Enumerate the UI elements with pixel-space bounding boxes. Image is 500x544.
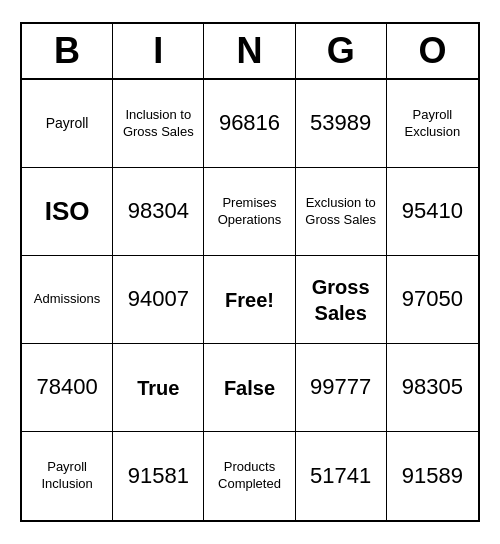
cell-text: Premises Operations xyxy=(210,195,288,229)
cell-1-2: Premises Operations xyxy=(204,168,295,256)
cell-text: 91581 xyxy=(128,462,189,491)
cell-1-1: 98304 xyxy=(113,168,204,256)
cell-text: 96816 xyxy=(219,109,280,138)
cell-text: 95410 xyxy=(402,197,463,226)
header-letter: N xyxy=(204,24,295,78)
cell-text: 98304 xyxy=(128,197,189,226)
cell-text: Payroll Exclusion xyxy=(393,107,472,141)
cell-text: Inclusion to Gross Sales xyxy=(119,107,197,141)
bingo-card: BINGO PayrollInclusion to Gross Sales968… xyxy=(20,22,480,522)
cell-2-4: 97050 xyxy=(387,256,478,344)
cell-text: True xyxy=(137,375,179,401)
cell-0-0: Payroll xyxy=(22,80,113,168)
cell-text: 99777 xyxy=(310,373,371,402)
cell-text: 91589 xyxy=(402,462,463,491)
cell-3-3: 99777 xyxy=(296,344,387,432)
cell-4-1: 91581 xyxy=(113,432,204,520)
cell-3-2: False xyxy=(204,344,295,432)
cell-1-4: 95410 xyxy=(387,168,478,256)
header-letter: I xyxy=(113,24,204,78)
cell-text: Payroll xyxy=(46,114,89,132)
cell-3-0: 78400 xyxy=(22,344,113,432)
cell-2-3: Gross Sales xyxy=(296,256,387,344)
cell-text: ISO xyxy=(45,195,90,229)
cell-text: Gross Sales xyxy=(302,274,380,326)
bingo-grid: PayrollInclusion to Gross Sales968165398… xyxy=(22,80,478,520)
cell-text: Payroll Inclusion xyxy=(28,459,106,493)
cell-0-3: 53989 xyxy=(296,80,387,168)
cell-4-2: Products Completed xyxy=(204,432,295,520)
cell-text: Exclusion to Gross Sales xyxy=(302,195,380,229)
cell-0-2: 96816 xyxy=(204,80,295,168)
cell-3-4: 98305 xyxy=(387,344,478,432)
cell-2-0: Admissions xyxy=(22,256,113,344)
cell-text: Admissions xyxy=(34,291,100,308)
cell-0-1: Inclusion to Gross Sales xyxy=(113,80,204,168)
cell-2-1: 94007 xyxy=(113,256,204,344)
cell-text: 53989 xyxy=(310,109,371,138)
cell-0-4: Payroll Exclusion xyxy=(387,80,478,168)
cell-3-1: True xyxy=(113,344,204,432)
cell-4-3: 51741 xyxy=(296,432,387,520)
cell-text: Free! xyxy=(225,287,274,313)
cell-text: Products Completed xyxy=(210,459,288,493)
cell-text: 94007 xyxy=(128,285,189,314)
cell-1-3: Exclusion to Gross Sales xyxy=(296,168,387,256)
bingo-header: BINGO xyxy=(22,24,478,80)
cell-text: 98305 xyxy=(402,373,463,402)
cell-text: 78400 xyxy=(37,373,98,402)
cell-1-0: ISO xyxy=(22,168,113,256)
cell-text: False xyxy=(224,375,275,401)
cell-4-4: 91589 xyxy=(387,432,478,520)
cell-text: 97050 xyxy=(402,285,463,314)
header-letter: G xyxy=(296,24,387,78)
header-letter: B xyxy=(22,24,113,78)
cell-4-0: Payroll Inclusion xyxy=(22,432,113,520)
cell-text: 51741 xyxy=(310,462,371,491)
cell-2-2: Free! xyxy=(204,256,295,344)
header-letter: O xyxy=(387,24,478,78)
